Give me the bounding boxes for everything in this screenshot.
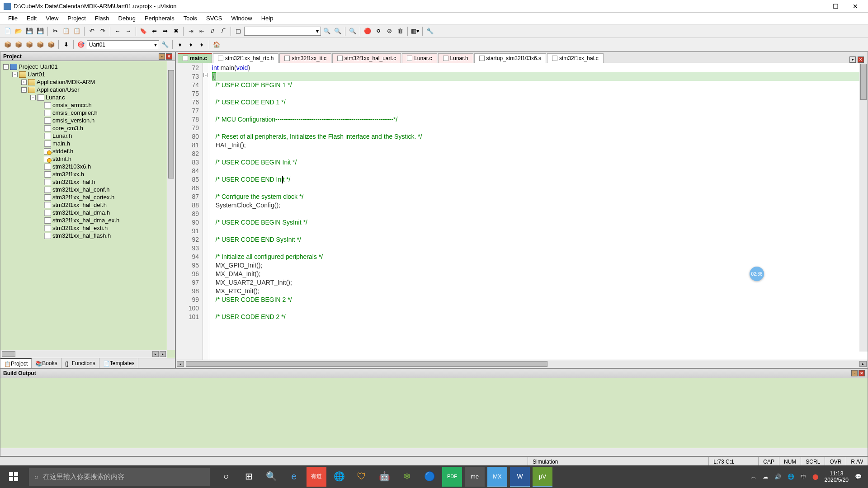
ime-mode-icon[interactable]: ⬤ <box>812 474 818 480</box>
taskbar-search[interactable]: ○ 在这里输入你要搜索的内容 <box>29 468 210 486</box>
taskbar-app[interactable]: 🤖 <box>374 467 394 487</box>
project-hscrollbar[interactable]: ▸▸ <box>0 350 167 358</box>
taskbar-app[interactable]: ❄ <box>397 467 417 487</box>
file-label[interactable]: stm32f1xx_hal_cortex.h <box>52 194 114 201</box>
tree-toggle[interactable]: − <box>12 72 18 77</box>
editor-hscrollbar[interactable]: ◂ ▸ <box>176 360 868 368</box>
cut-button[interactable] <box>50 26 60 36</box>
menu-edit[interactable]: Edit <box>22 14 41 23</box>
project-tree[interactable]: −Project: Uart01 −Uart01 +Application/MD… <box>0 61 175 241</box>
manage-rte-button[interactable]: 🏠 <box>212 40 222 50</box>
panel-tab-books[interactable]: 📚Books <box>32 358 61 368</box>
panel-tab-project[interactable]: 📋Project <box>0 358 32 368</box>
file-label[interactable]: stm32f1xx_hal_conf.h <box>52 186 109 193</box>
maximize-button[interactable]: ☐ <box>830 1 841 12</box>
ime-icon[interactable]: 中 <box>801 473 806 481</box>
menu-view[interactable]: View <box>41 14 63 23</box>
macro-button[interactable]: ▢ <box>233 26 243 36</box>
manage-project-button[interactable]: ♦ <box>175 40 185 50</box>
project-root-label[interactable]: Project: Uart01 <box>19 63 58 70</box>
recording-timer-badge[interactable]: 02:36 <box>750 267 764 281</box>
open-file-button[interactable] <box>14 26 24 36</box>
file-label[interactable]: core_cm3.h <box>52 125 83 131</box>
file-label[interactable]: main.h <box>52 140 70 147</box>
panel-tab-templates[interactable]: 📄Templates <box>99 358 139 368</box>
taskbar-app[interactable]: PDF <box>442 467 462 487</box>
rebuild-button[interactable]: 📦 <box>24 40 34 50</box>
minimize-button[interactable]: — <box>810 1 821 12</box>
find-in-files-button[interactable]: 🔍 <box>333 26 343 36</box>
uvision-app[interactable]: µV <box>533 467 552 487</box>
nav-back-button[interactable] <box>113 26 123 36</box>
menu-tools[interactable]: Tools <box>179 14 202 23</box>
taskbar-app[interactable]: me <box>465 467 485 487</box>
build-button[interactable]: 📦 <box>14 40 24 50</box>
bookmark-clear-button[interactable]: ✖ <box>171 26 181 36</box>
group-label[interactable]: Application/MDK-ARM <box>37 79 95 85</box>
editor-tab[interactable]: main.c <box>178 53 212 63</box>
redo-button[interactable] <box>98 26 108 36</box>
bookmark-next-button[interactable]: ➡ <box>160 26 170 36</box>
new-file-button[interactable] <box>3 26 13 36</box>
editor-vscrollbar[interactable] <box>859 63 868 352</box>
translate-button[interactable]: 📦 <box>3 40 13 50</box>
word-app[interactable]: W <box>510 467 530 487</box>
task-view-button[interactable]: ⊞ <box>239 467 259 487</box>
breakpoint-disable-button[interactable]: ⊘ <box>384 26 394 36</box>
taskbar-app[interactable]: 有道 <box>307 467 326 487</box>
tree-toggle[interactable]: − <box>30 95 36 100</box>
project-vscrollbar[interactable] <box>167 61 175 350</box>
bookmark-button[interactable] <box>138 26 148 36</box>
indent-button[interactable] <box>186 26 196 36</box>
manage-project-button-3[interactable]: ♦ <box>197 40 207 50</box>
target-select[interactable]: Uart01▾ <box>87 40 159 49</box>
file-label[interactable]: stm32f1xx_hal_def.h <box>52 202 107 208</box>
cortana-button[interactable]: ○ <box>216 467 236 487</box>
file-label[interactable]: stdint.h <box>52 155 71 162</box>
copy-button[interactable] <box>61 26 71 36</box>
editor-tab[interactable]: stm32f1xx_hal.c <box>547 53 604 63</box>
editor-close-button[interactable]: ✕ <box>858 56 864 63</box>
find-combo[interactable]: ▾ <box>244 27 321 36</box>
panel-pin-button[interactable]: ▫ <box>851 370 858 376</box>
tree-toggle[interactable]: − <box>3 64 9 70</box>
paste-button[interactable] <box>72 26 82 36</box>
network-icon[interactable]: 🌐 <box>788 474 794 480</box>
edge-app[interactable]: e <box>284 467 304 487</box>
start-button[interactable] <box>0 465 27 488</box>
comment-button[interactable]: // <box>208 26 217 36</box>
target-options-button[interactable]: 🎯 <box>76 40 86 50</box>
taskbar-app[interactable]: 🔵 <box>420 467 439 487</box>
group-label[interactable]: Application/User <box>37 86 80 93</box>
chrome-app[interactable]: 🌐 <box>329 467 349 487</box>
panel-tab-functions[interactable]: {}Functions <box>61 358 99 368</box>
save-button[interactable] <box>24 26 34 36</box>
panel-close-button[interactable]: ✕ <box>859 370 865 376</box>
manage-project-button-2[interactable]: ♦ <box>186 40 196 50</box>
onedrive-icon[interactable]: ☁ <box>763 474 768 480</box>
bookmark-prev-button[interactable]: ⬅ <box>149 26 159 36</box>
outdent-button[interactable] <box>197 26 207 36</box>
file-label[interactable]: cmsis_version.h <box>52 117 94 124</box>
file-label[interactable]: stm32f1xx_hal_exti.h <box>52 225 108 231</box>
panel-close-button[interactable]: ✕ <box>166 53 172 60</box>
file-label[interactable]: cmsis_compiler.h <box>52 109 98 116</box>
undo-button[interactable] <box>87 26 97 36</box>
taskbar-app[interactable]: 🛡 <box>352 467 372 487</box>
file-label[interactable]: stm32f103x6.h <box>52 163 91 170</box>
configure-button[interactable] <box>425 26 435 36</box>
breakpoint-kill-button[interactable]: 🗑 <box>395 26 405 36</box>
editor-tab[interactable]: Lunar.c <box>402 53 437 63</box>
system-tray[interactable]: ︿ ☁ 🔊 🌐 中 ⬤ 11:13 2020/5/20 💬 <box>745 470 868 483</box>
menu-svcs[interactable]: SVCS <box>202 14 226 23</box>
menu-peripherals[interactable]: Peripherals <box>140 14 179 23</box>
close-button[interactable]: ✕ <box>850 1 861 12</box>
save-all-button[interactable] <box>35 26 45 36</box>
taskbar-app[interactable]: 🔍 <box>261 467 281 487</box>
code-editor[interactable]: 7273747576777879808182838485868788899091… <box>176 63 868 360</box>
editor-tab[interactable]: stm32f1xx_hal_rtc.h <box>213 53 278 63</box>
options-button[interactable]: 🔧 <box>160 40 170 50</box>
menu-window[interactable]: Window <box>226 14 256 23</box>
cubemx-app[interactable]: MX <box>487 467 507 487</box>
batch-build-button[interactable]: 📦 <box>35 40 45 50</box>
